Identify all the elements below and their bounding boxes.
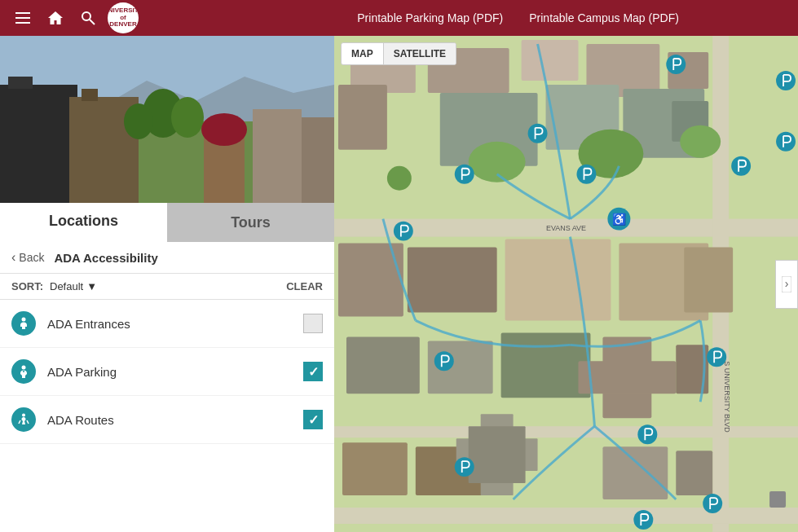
- logo-circle: UNIVERSITYofDENVER: [108, 2, 139, 33]
- route-marker: [769, 491, 786, 508]
- svg-rect-25: [334, 508, 798, 524]
- campus-map-svg: ♿ EVANS AVE EVANS AVE S UNIVERSITY BLVD: [334, 36, 798, 532]
- parking-marker-10: [434, 351, 454, 371]
- svg-point-66: [455, 165, 474, 184]
- parking-marker-1: [666, 55, 686, 74]
- wheelchair-marker: ♿: [607, 208, 630, 231]
- ada-parking-icon: [11, 359, 36, 384]
- filter-item-ada-entrances[interactable]: ADA Entrances: [0, 300, 334, 348]
- svg-point-41: [387, 166, 412, 191]
- svg-rect-37: [338, 85, 387, 150]
- svg-rect-29: [522, 40, 579, 81]
- tab-locations[interactable]: Locations: [0, 203, 167, 242]
- sort-dropdown[interactable]: Default ▼: [50, 280, 97, 292]
- svg-point-73: [703, 494, 722, 513]
- ada-parking-label: ADA Parking: [47, 365, 303, 379]
- sidebar: Locations Tours ‹ Back ADA Accessibility…: [0, 36, 334, 532]
- filter-item-ada-parking[interactable]: ADA Parking ✓: [0, 348, 334, 396]
- satellite-tab[interactable]: SATELLITE: [384, 43, 456, 64]
- back-label: Back: [19, 251, 44, 264]
- svg-rect-46: [684, 248, 733, 313]
- svg-text:EVANS AVE: EVANS AVE: [546, 224, 586, 232]
- tab-tours[interactable]: Tours: [167, 203, 334, 242]
- back-button[interactable]: ‹ Back: [11, 250, 44, 265]
- svg-point-61: [776, 71, 796, 90]
- svg-point-67: [528, 124, 548, 143]
- map-area[interactable]: MAP SATELLITE: [334, 36, 798, 532]
- svg-text:♿: ♿: [612, 213, 627, 226]
- entrance-svg-icon: [16, 316, 31, 331]
- svg-point-64: [731, 156, 751, 176]
- ada-routes-label: ADA Routes: [47, 413, 303, 427]
- svg-point-40: [680, 125, 721, 158]
- logo-text: UNIVERSITYofDENVER: [108, 7, 139, 29]
- campus-image-svg: [0, 36, 334, 203]
- parking-map-link[interactable]: Printable Parking Map (PDF): [357, 11, 503, 24]
- svg-rect-8: [82, 89, 98, 101]
- parking-marker-15: [633, 510, 653, 530]
- home-button[interactable]: [42, 5, 68, 31]
- svg-rect-14: [253, 109, 302, 203]
- search-icon: [80, 10, 96, 26]
- menu-icon: [15, 12, 30, 24]
- svg-point-71: [637, 424, 657, 444]
- parking-marker-5: [731, 156, 751, 176]
- svg-rect-44: [505, 240, 611, 321]
- map-tab[interactable]: MAP: [342, 43, 383, 64]
- menu-button[interactable]: [10, 5, 36, 31]
- sort-label: SORT:: [11, 280, 43, 292]
- svg-point-10: [171, 97, 204, 138]
- checkmark-icon: ✓: [308, 364, 319, 380]
- back-title-bar: ‹ Back ADA Accessibility: [0, 242, 334, 274]
- svg-text:›: ›: [785, 277, 789, 290]
- svg-rect-58: [602, 446, 668, 499]
- routes-svg-icon: [16, 412, 31, 427]
- svg-text:S UNIVERSITY BLVD: S UNIVERSITY BLVD: [723, 361, 731, 433]
- ada-routes-checkbox[interactable]: ✓: [303, 410, 323, 429]
- clear-button[interactable]: CLEAR: [286, 280, 323, 292]
- parking-marker-7: [455, 165, 474, 184]
- back-arrow-icon: ‹: [11, 250, 15, 265]
- svg-rect-53: [342, 442, 408, 495]
- parking-marker-9: [576, 165, 596, 184]
- svg-line-21: [27, 420, 29, 424]
- sort-chevron-icon: ▼: [86, 280, 97, 292]
- svg-point-60: [666, 55, 686, 74]
- svg-point-17: [22, 366, 26, 370]
- expand-icon: ›: [782, 276, 791, 292]
- home-icon: [47, 10, 64, 26]
- hero-image: [0, 36, 334, 203]
- parking-marker-6: [394, 222, 413, 241]
- svg-rect-47: [346, 336, 420, 394]
- university-logo: UNIVERSITYofDENVER: [108, 2, 139, 33]
- svg-point-65: [394, 222, 413, 241]
- ada-entrances-checkbox[interactable]: [303, 314, 323, 333]
- ada-entrances-icon: [11, 311, 36, 336]
- svg-point-68: [576, 165, 596, 184]
- svg-point-72: [455, 457, 474, 477]
- top-navigation: UNIVERSITYofDENVER Printable Parking Map…: [0, 0, 798, 36]
- ada-parking-checkbox[interactable]: ✓: [303, 362, 323, 381]
- parking-marker-8: [528, 124, 548, 143]
- svg-rect-77: [769, 491, 786, 508]
- parking-marker-3: [776, 132, 796, 152]
- svg-point-18: [23, 371, 24, 372]
- filter-list: ADA Entrances ADA Parking ✓: [0, 300, 334, 532]
- map-type-controls: MAP SATELLITE: [341, 42, 456, 65]
- sort-bar: SORT: Default ▼ CLEAR: [0, 274, 334, 300]
- campus-map-link[interactable]: Printable Campus Map (PDF): [529, 11, 679, 24]
- svg-rect-5: [0, 85, 77, 203]
- search-button[interactable]: [75, 5, 101, 31]
- svg-point-69: [434, 351, 454, 371]
- svg-rect-59: [676, 451, 712, 495]
- svg-point-19: [22, 414, 25, 417]
- campus-photo: [0, 36, 334, 203]
- svg-rect-57: [469, 426, 526, 483]
- filter-item-ada-routes[interactable]: ADA Routes ✓: [0, 396, 334, 444]
- svg-rect-49: [501, 332, 591, 398]
- section-title: ADA Accessibility: [54, 251, 157, 265]
- parking-svg-icon: [16, 364, 31, 379]
- map-expand-button[interactable]: ›: [775, 260, 798, 309]
- nav-links: Printable Parking Map (PDF) Printable Ca…: [357, 11, 679, 24]
- main-content: Locations Tours ‹ Back ADA Accessibility…: [0, 36, 798, 532]
